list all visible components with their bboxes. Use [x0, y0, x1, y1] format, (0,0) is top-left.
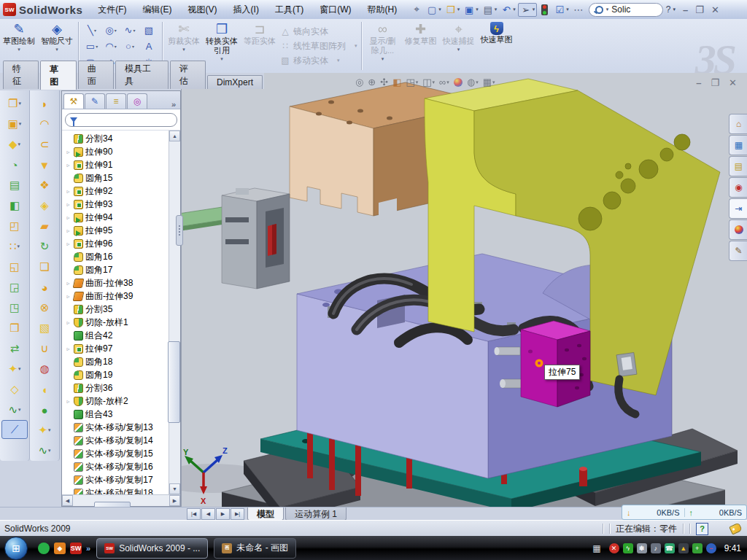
surfaces-tool-17[interactable]: ∿▾	[31, 440, 58, 461]
shield-power-icon[interactable]: ϟ	[623, 543, 633, 553]
features-tool-4[interactable]: ▤	[1, 175, 28, 195]
tree-item[interactable]: 圆角19	[62, 368, 180, 381]
tab-曲面[interactable]: 曲面	[78, 61, 114, 89]
help-menu[interactable]: ? ▾	[666, 4, 676, 15]
filter-input[interactable]	[65, 113, 177, 127]
tab-评估[interactable]: 评估	[170, 61, 206, 89]
sync-blocked-icon[interactable]: −	[706, 543, 716, 553]
arc-tool[interactable]: ◠▾	[101, 38, 120, 54]
panel-tabs-overflow[interactable]: »	[167, 100, 180, 109]
surfaces-tool-3[interactable]: ▼	[31, 155, 58, 175]
menu-item-4[interactable]: 工具(T)	[267, 1, 311, 19]
save-button[interactable]: ▣▾	[462, 4, 480, 16]
vertical-scroll-thumb[interactable]	[168, 341, 180, 423]
phone-link-icon[interactable]: ☎	[665, 543, 675, 553]
undo-button[interactable]: ↶▾	[499, 4, 517, 16]
expand-arrow-icon[interactable]: ▹	[65, 214, 71, 221]
surfaces-tool-7[interactable]: ↻	[31, 236, 58, 257]
panel-splitter-handle[interactable]	[176, 215, 183, 246]
snipping-tool-icon[interactable]: ✽	[637, 543, 647, 553]
scroll-right-button[interactable]: ▶	[169, 495, 180, 506]
insert-block-magenta[interactable]	[521, 321, 590, 407]
tree-vertical-scrollbar[interactable]: ▲ ▼	[169, 131, 180, 494]
tab-scroll-0-button[interactable]: |◀	[187, 508, 201, 520]
zoom-to-area-button[interactable]: ⊕	[366, 76, 377, 88]
shield-plus-icon[interactable]: +	[692, 543, 703, 553]
quick-tips-icon[interactable]: ?	[696, 523, 708, 535]
tree-item[interactable]: ▹切除-放样2	[62, 394, 180, 408]
scroll-up-button[interactable]: ▲	[169, 131, 180, 141]
surfaces-tool-6[interactable]: ▰	[31, 216, 58, 236]
menu-item-1[interactable]: 编辑(E)	[135, 1, 180, 19]
expand-arrow-icon[interactable]: ▹	[65, 149, 71, 155]
expand-arrow-icon[interactable]: ▹	[65, 228, 71, 234]
doc-minimize-button[interactable]: –	[696, 77, 701, 88]
features-tool-12[interactable]: ⇄	[1, 338, 28, 359]
features-tool-6[interactable]: ◰	[1, 216, 28, 236]
expand-arrow-icon[interactable]: ▹	[65, 346, 71, 352]
slide-unit-gray[interactable]	[182, 188, 290, 289]
tree-item[interactable]: 圆角17	[62, 263, 180, 276]
tab-DimXpert[interactable]: DimXpert	[207, 75, 263, 89]
tree-item[interactable]: 实体-移动/复制17	[62, 473, 180, 486]
messenger-icon[interactable]	[38, 542, 50, 554]
surfaces-tool-11[interactable]: ▧	[31, 318, 58, 338]
expand-arrow-icon[interactable]: ▹	[65, 201, 71, 208]
network-speed-widget[interactable]: ↓ 0KB/S ↑ 0KB/S	[622, 505, 747, 520]
features-tool-11[interactable]: ❒	[1, 318, 28, 338]
zoom-to-selection-button[interactable]: ✣	[379, 76, 390, 88]
taskpane-solidworks-search[interactable]: ◉	[729, 177, 747, 198]
taskpane-view-palette[interactable]: ⇥	[729, 198, 747, 219]
tree-item[interactable]: 实体-移动/复制15	[62, 447, 180, 460]
tab-特征[interactable]: 特征	[3, 61, 39, 89]
surfaces-tool-14[interactable]: ◖	[31, 379, 58, 400]
menu-item-6[interactable]: 帮助(H)	[360, 1, 406, 19]
scroll-left-button[interactable]: ◀	[62, 495, 73, 506]
tree-item[interactable]: 实体-移动/复制14	[62, 434, 180, 447]
taskpane-design-library[interactable]: ▦	[729, 135, 747, 155]
tree-item[interactable]: 分割35	[62, 303, 180, 316]
tree-item[interactable]: ▹切除-放样1	[62, 316, 180, 329]
tree-item[interactable]: ▹拉伸94	[62, 211, 180, 224]
search-box[interactable]: ▾ Solic	[589, 3, 663, 17]
taskbar-button-1[interactable]: 画未命名 - 画图	[214, 538, 296, 559]
taskpane-appearances-scenes[interactable]	[729, 219, 747, 240]
scroll-down-button[interactable]: ▼	[169, 483, 180, 494]
ellipse-tool[interactable]: ○▾	[120, 38, 139, 54]
cm-right-3-button[interactable]: ϟ快速草图	[478, 19, 516, 73]
section-view-button[interactable]: ◧	[391, 76, 403, 88]
new-document-button[interactable]: ▢▾	[425, 4, 443, 16]
tab-模具工具[interactable]: 模具工具	[115, 61, 169, 89]
surfaces-tool-2[interactable]: ⊂	[31, 134, 58, 155]
features-tool-13[interactable]: ✦▾	[1, 359, 28, 379]
area-hatch-tool[interactable]: ▧	[139, 22, 158, 38]
surfaces-tool-4[interactable]: ❖	[31, 175, 58, 195]
surfaces-tool-15[interactable]: ●	[31, 400, 58, 420]
taskpane-custom-properties[interactable]: ✎	[729, 241, 747, 261]
graphics-viewport[interactable]: Y Z X ◎⊕✣◧◳▾◫▾∞▾◍▾▦▾ – ❐ ✕ ⌂▦▤◉⇥✎ 拉伸75	[181, 73, 747, 507]
zoom-to-fit-button[interactable]: ◎	[354, 76, 365, 88]
antivirus-alert-icon[interactable]: ✕	[609, 543, 619, 553]
tree-horizontal-scrollbar[interactable]: ◀ ▶	[62, 494, 180, 506]
features-tool-1[interactable]: ▣▾	[1, 114, 28, 134]
overflow-button[interactable]: ⋯	[571, 4, 586, 16]
tab-运动算例 1[interactable]: 运动算例 1	[285, 508, 347, 521]
menu-item-2[interactable]: 视图(V)	[180, 1, 225, 19]
text-tool[interactable]: A	[139, 38, 158, 54]
edit-appearance-button[interactable]	[452, 77, 464, 88]
expand-arrow-icon[interactable]: ▹	[65, 319, 71, 326]
tree-item[interactable]: 圆角18	[62, 355, 180, 368]
features-tool-10[interactable]: ◳	[1, 298, 28, 318]
menu-item-5[interactable]: 窗口(W)	[311, 1, 359, 19]
tree-item[interactable]: 分割34	[62, 132, 180, 145]
network-warning-icon[interactable]: ▲	[678, 543, 689, 553]
menu-item-0[interactable]: 文件(F)	[90, 1, 134, 19]
tree-item[interactable]: ▹拉伸95	[62, 224, 180, 237]
keyboard-icon[interactable]: ▦	[592, 543, 600, 553]
taskpane-file-explorer[interactable]: ▤	[729, 156, 747, 176]
tree-item[interactable]: 实体-移动/复制16	[62, 460, 180, 473]
tab-草图[interactable]: 草图	[40, 61, 76, 90]
surfaces-tool-16[interactable]: ✦▾	[31, 420, 58, 440]
features-tool-14[interactable]: ◇	[1, 379, 28, 400]
options-button[interactable]: ☑▾	[552, 4, 570, 16]
